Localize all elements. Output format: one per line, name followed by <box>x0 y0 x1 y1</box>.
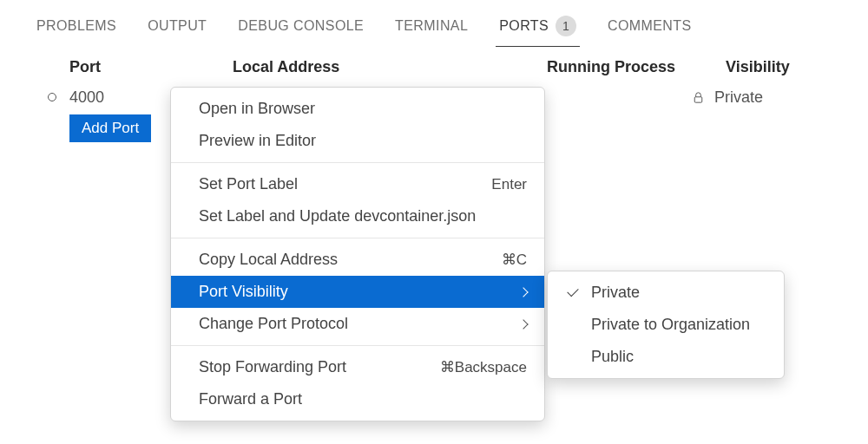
lock-icon <box>691 90 706 105</box>
ports-headers: Port Local Address Running Process Visib… <box>0 48 868 83</box>
context-menu: Open in Browser Preview in Editor Set Po… <box>170 87 545 421</box>
header-port: Port <box>69 58 233 76</box>
port-status-icon <box>35 93 69 101</box>
visibility-value: Private <box>714 88 763 107</box>
chevron-right-icon <box>518 319 528 329</box>
chevron-right-icon <box>518 287 528 297</box>
menu-change-port-protocol[interactable]: Change Port Protocol <box>171 308 544 340</box>
menu-forward-a-port[interactable]: Forward a Port <box>171 383 544 415</box>
tab-comments[interactable]: COMMENTS <box>604 7 695 47</box>
submenu-public[interactable]: Public <box>548 341 784 373</box>
ports-count-badge: 1 <box>556 16 576 36</box>
header-visibility: Visibility <box>726 58 790 76</box>
menu-copy-local-address[interactable]: Copy Local Address ⌘C <box>171 244 544 276</box>
panel-tabs: PROBLEMS OUTPUT DEBUG CONSOLE TERMINAL P… <box>0 0 868 48</box>
visibility-submenu: Private Private to Organization Public <box>547 271 785 379</box>
submenu-private[interactable]: Private <box>548 277 784 309</box>
kbd-enter: Enter <box>491 176 527 193</box>
submenu-private-to-org[interactable]: Private to Organization <box>548 309 784 341</box>
tab-ports-label: PORTS <box>499 18 549 34</box>
tab-output[interactable]: OUTPUT <box>144 7 210 47</box>
tab-terminal[interactable]: TERMINAL <box>391 7 471 47</box>
menu-open-in-browser[interactable]: Open in Browser <box>171 93 544 125</box>
menu-preview-in-editor[interactable]: Preview in Editor <box>171 125 544 157</box>
menu-set-label-update-devcontainer[interactable]: Set Label and Update devcontainer.json <box>171 200 544 232</box>
menu-port-visibility[interactable]: Port Visibility <box>171 276 544 308</box>
header-local-address: Local Address <box>233 58 547 76</box>
header-running-process: Running Process <box>547 58 726 76</box>
tab-debug-console[interactable]: DEBUG CONSOLE <box>234 7 367 47</box>
add-port-button[interactable]: Add Port <box>69 114 151 142</box>
tab-problems[interactable]: PROBLEMS <box>33 7 120 47</box>
kbd-cmd-c: ⌘C <box>502 251 527 269</box>
menu-set-port-label[interactable]: Set Port Label Enter <box>171 168 544 200</box>
tab-ports[interactable]: PORTS 1 <box>496 7 580 47</box>
kbd-cmd-backspace: ⌘Backspace <box>440 358 527 376</box>
menu-stop-forwarding[interactable]: Stop Forwarding Port ⌘Backspace <box>171 351 544 383</box>
svg-rect-4 <box>694 96 702 101</box>
check-icon <box>563 291 582 294</box>
